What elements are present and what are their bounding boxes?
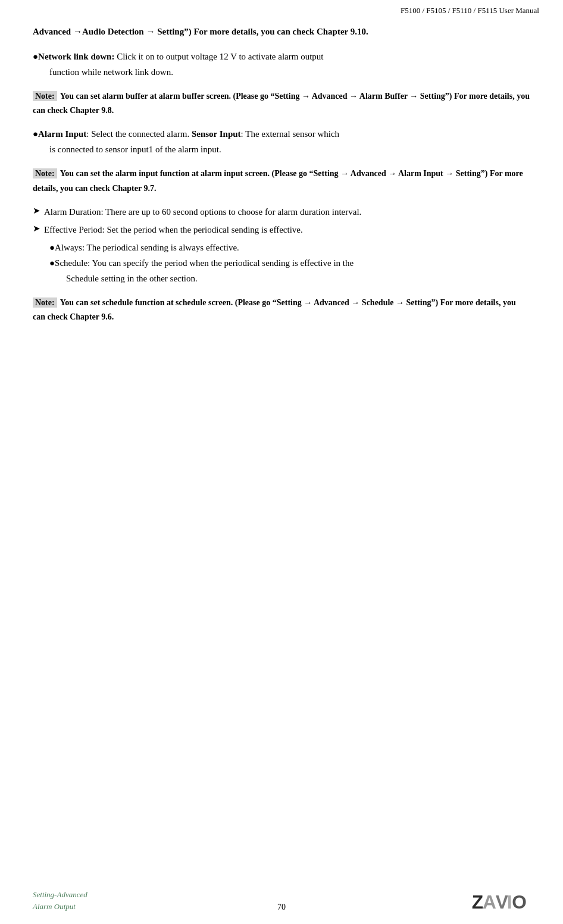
schedule-text: You can specify the period when the peri… xyxy=(90,258,354,268)
svg-text:A: A xyxy=(483,891,496,913)
page-content: Advanced →Audio Detection → Setting”) Fo… xyxy=(0,19,563,381)
audio-detection-text: Advanced →Audio Detection → Setting”) Fo… xyxy=(33,27,368,36)
alarm-duration-body: There are up to 60 second options to cho… xyxy=(104,207,362,217)
note1-section: Note: You can set alarm buffer at alarm … xyxy=(33,89,530,118)
note1-text: You can set alarm buffer at alarm buffer… xyxy=(33,92,530,115)
page-header: F5100 / F5105 / F5110 / F5115 User Manua… xyxy=(0,0,563,19)
note2-label: Note: xyxy=(33,168,57,178)
effective-period-body: Set the period when the periodical sendi… xyxy=(105,225,303,234)
sensor-input-text: The external sensor which xyxy=(243,129,339,139)
note3-text: You can set schedule function at schedul… xyxy=(33,298,516,321)
alarm-input-indent: is connected to sensor input1 of the ala… xyxy=(49,142,530,156)
page-number: 70 xyxy=(277,903,286,912)
page-footer: Setting-Advanced Alarm Output 70 Z A V I… xyxy=(0,889,563,912)
svg-text:V: V xyxy=(496,891,508,913)
network-link-down-label: ●Network link down: xyxy=(33,52,114,61)
note3-label: Note: xyxy=(33,297,57,308)
alarm-input-label: ●Alarm Input xyxy=(33,129,86,139)
footer-left-line2: Alarm Output xyxy=(33,901,87,913)
alarm-duration-label: Alarm Duration: xyxy=(44,207,104,217)
effective-period-text: Effective Period: Set the period when th… xyxy=(44,223,530,237)
schedule-label: ●Schedule xyxy=(49,258,87,268)
alarm-input-section: ●Alarm Input: Select the connected alarm… xyxy=(33,127,530,156)
svg-text:O: O xyxy=(512,891,527,913)
alarm-duration-text: Alarm Duration: There are up to 60 secon… xyxy=(44,205,530,219)
alarm-input-item: ●Alarm Input: Select the connected alarm… xyxy=(33,127,530,141)
network-link-down-body: Click it on to output voltage 12 V to ac… xyxy=(114,52,323,61)
effective-period-arrow: ➤ xyxy=(33,223,40,234)
note1-label: Note: xyxy=(33,91,57,101)
network-link-down-indent: function while network link down. xyxy=(49,65,530,79)
always-text: The periodical sending is always effecti… xyxy=(85,243,239,252)
schedule-indent: Schedule setting in the other section. xyxy=(66,271,530,286)
note2-section: Note: You can set the alarm input functi… xyxy=(33,166,530,195)
alarm-duration-item: ➤ Alarm Duration: There are up to 60 sec… xyxy=(33,205,530,219)
alarm-duration-arrow: ➤ xyxy=(33,205,40,216)
effective-period-item: ➤ Effective Period: Set the period when … xyxy=(33,223,530,237)
footer-left: Setting-Advanced Alarm Output xyxy=(33,889,87,912)
manual-title: F5100 / F5105 / F5110 / F5115 User Manua… xyxy=(401,6,539,15)
always-item: ●Always: The periodical sending is alway… xyxy=(49,240,530,255)
footer-logo: Z A V I O xyxy=(471,889,530,912)
schedule-item: ●Schedule: You can specify the period wh… xyxy=(49,256,530,270)
alarm-input-body: Select the connected alarm. xyxy=(89,129,192,139)
always-label: ●Always: xyxy=(49,243,85,252)
zavio-logo-icon: Z A V I O xyxy=(471,889,530,912)
sensor-input-label: Sensor Input xyxy=(192,129,241,139)
note3-section: Note: You can set schedule function at s… xyxy=(33,295,530,324)
svg-text:Z: Z xyxy=(472,891,483,913)
footer-left-line1: Setting-Advanced xyxy=(33,889,87,901)
audio-detection-heading: Advanced →Audio Detection → Setting”) Fo… xyxy=(33,25,530,39)
network-link-down-text: ●Network link down: Click it on to outpu… xyxy=(33,49,530,64)
effective-period-label: Effective Period: xyxy=(44,225,105,234)
network-link-down-section: ●Network link down: Click it on to outpu… xyxy=(33,49,530,79)
note2-text: You can set the alarm input function at … xyxy=(33,169,523,192)
svg-text:I: I xyxy=(507,891,512,913)
alarm-input-text: ●Alarm Input: Select the connected alarm… xyxy=(33,127,530,141)
network-link-down-item: ●Network link down: Click it on to outpu… xyxy=(33,49,530,64)
